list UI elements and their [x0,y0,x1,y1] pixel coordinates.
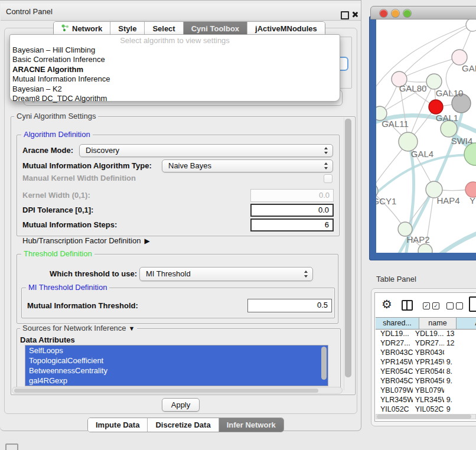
table-cell: 8. [444,367,476,376]
algorithm-dropdown: Select algorithm to view settings Bayesi… [9,34,340,102]
table-cell [444,348,476,357]
cyni-settings-title: Cyni Algorithm Settings [14,112,98,120]
node-swi4[interactable] [441,120,457,137]
table-cell: YER054C [376,367,413,376]
dropdown-item-dream8-dc-tdc-algorithm[interactable]: Dream8 DC_TDC Algorithm [10,94,340,103]
node-label-gal4: GAL4 [411,149,433,159]
tab-discretize-data[interactable]: Discretize Data [148,418,219,432]
node-label-gal: GAL [462,63,476,73]
table-cell: 12 [444,338,476,348]
table-cell [444,386,476,395]
new-table-icon[interactable] [469,296,476,312]
table-row[interactable]: YBR043CYBR043C [376,348,476,357]
table-cell: YLR345W [413,395,444,405]
table-cell: YIL052C [413,405,444,414]
sources-title[interactable]: Sources for Network Inference▼ [20,324,137,332]
node-gal1[interactable] [429,100,443,114]
attribute-item-gal4rgexp[interactable]: gal4RGexp [25,376,328,386]
table-cell: YLR345W [376,395,413,405]
column-header-name[interactable]: name [419,317,457,329]
mi-threshold-field[interactable]: 0.5 [247,299,332,312]
gear-icon[interactable]: ⚙ [382,298,392,311]
panel-grip-fragment[interactable] [5,444,18,450]
minimize-window-icon[interactable] [392,9,399,17]
attribute-list-scrollbar[interactable] [321,347,327,380]
threshold-definition-title: Threshold Definition [21,250,94,258]
collapse-down-icon: ▼ [129,324,135,332]
table-cell: YPR145W [413,357,444,367]
attribute-item-topologicalcoefficient[interactable]: TopologicalCoefficient [25,356,328,366]
manual-kernel-checkbox[interactable] [324,174,332,183]
control-panel-titlebar[interactable]: Control Panel [1,4,361,21]
network-graph: GALGAL80GAL10GAL1GAL11SWI4GAL4GCY1HAP4YH… [376,19,476,253]
which-threshold-select[interactable]: MI Threshold [139,267,313,281]
node-label-gal1: GAL1 [436,113,458,123]
tab-cyni-toolbox[interactable]: Cyni Toolbox [184,22,247,35]
settings-vscroll-thumb[interactable] [345,119,351,377]
zoom-window-icon[interactable] [403,9,411,17]
dropdown-item-bayesian-hill-climbing[interactable]: Bayesian – Hill Climbing [10,45,340,55]
combo-arrows-icon [304,270,308,278]
tab-impute-data[interactable]: Impute Data [88,418,148,432]
aracne-mode-select[interactable]: Discovery [79,144,333,157]
attribute-item-betweennesscentrality[interactable]: BetweennessCentrality [25,366,328,376]
table-row[interactable]: YLR345WYLR345W9. [376,395,476,405]
close-window-icon[interactable] [380,9,387,17]
table-row[interactable]: YDL19...YDL19...13 [376,329,476,338]
tab-select[interactable]: Select [145,22,183,35]
deselect-all-checks-icon[interactable] [446,302,463,309]
table-hscroll-thumb[interactable] [377,415,471,419]
table-row[interactable]: YIL052CYIL052C9 [376,405,476,414]
dropdown-item-aracne-algorithm[interactable]: ARACNE Algorithm [10,65,340,74]
dpi-tolerance-field[interactable]: 0.0 [250,204,334,217]
table-row[interactable]: YER054CYER054C8. [376,367,476,376]
network-edge [428,229,476,253]
dropdown-item-bayesian-k2[interactable]: Bayesian – K2 [10,84,340,94]
mi-type-select[interactable]: Naive Bayes [162,159,333,172]
node-label-gal11: GAL11 [382,119,409,129]
network-canvas[interactable]: GALGAL80GAL10GAL1GAL11SWI4GAL4GCY1HAP4YH… [376,19,476,253]
dropdown-item-basic-correlation-inference[interactable]: Basic Correlation Inference [10,55,340,64]
node-gal10[interactable] [426,74,442,89]
columns-icon[interactable] [402,300,413,311]
tab-style[interactable]: Style [110,22,145,35]
attribute-item-selfloops[interactable]: SelfLoops [25,345,328,356]
table-cell: YPR145W [376,357,413,367]
table-cell: 9 [444,405,476,414]
mi-steps-field[interactable]: 6 [250,219,334,231]
table-cell: 13 [444,329,476,338]
table-cell: 9. [444,376,476,386]
network-node[interactable] [418,244,432,253]
table-row[interactable]: YPR145WYPR145W9. [376,357,476,367]
table-cell: YDR27... [413,338,444,348]
apply-button[interactable]: Apply [162,398,200,412]
tab-network[interactable]: Network [54,22,110,35]
data-attributes-label: Data Attributes [20,335,75,345]
column-header-a[interactable]: A [457,317,476,329]
select-all-checks-icon[interactable]: ✓ ✓ [423,302,439,309]
network-window-titlebar[interactable] [370,6,476,19]
combo-arrows-icon [324,147,328,154]
hub-definition-toggle[interactable]: Hub/Transcription Factor Definition▶ [22,236,150,246]
float-panel-icon[interactable] [341,11,349,19]
table-cell: YBL079W [413,386,444,395]
panel-title: Control Panel [6,4,53,20]
close-panel-icon[interactable] [351,11,358,18]
settings-hscroll-thumb[interactable] [14,389,318,393]
tab-jactivemnodules[interactable]: jActiveMNodules [247,22,325,35]
network-node[interactable] [466,19,476,31]
tab-infer-network[interactable]: Infer Network [219,418,283,432]
table-row[interactable]: YBL079WYBL079W [376,386,476,395]
which-threshold-label: Which threshold to use: [50,267,137,281]
table-row[interactable]: YBR045CYBR045C9. [376,376,476,386]
kernel-width-field[interactable]: 0.0 [250,189,334,202]
table-row[interactable]: YDR27...YDR27...12 [376,338,476,348]
column-header-shared[interactable]: shared... [376,317,419,329]
checked-box-icon: ✓ [423,302,430,309]
mi-threshold-title: MI Threshold Definition [26,283,109,292]
dropdown-item-mutual-information-inference[interactable]: Mutual Information Inference [10,74,340,84]
data-attributes-list: SelfLoopsTopologicalCoefficientBetweenne… [25,345,328,386]
table-body: YDL19...YDL19...13YDR27...YDR27...12YBR0… [376,329,476,414]
table-cell: YIL052C [376,405,413,414]
node-label-gal10: GAL10 [436,88,464,98]
